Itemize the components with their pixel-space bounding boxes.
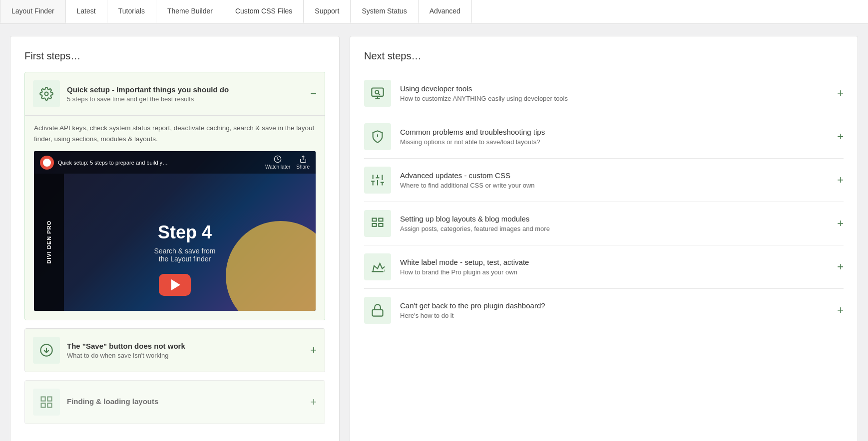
- video-logo-icon: [43, 159, 51, 167]
- svg-rect-26: [373, 223, 377, 226]
- quick-setup-title: Quick setup - Important things you shoul…: [67, 85, 305, 94]
- video-step: Step 4: [158, 222, 212, 243]
- download-icon-box: [33, 337, 60, 364]
- svg-rect-8: [372, 88, 383, 96]
- video-top-bar: Quick setup: 5 steps to prepare and buil…: [34, 151, 316, 174]
- advanced-css-subtitle: Where to find additional CSS or write yo…: [400, 182, 832, 189]
- accordion-body-quick-setup: Activate API keys, check system status r…: [25, 115, 325, 320]
- quick-setup-text: Quick setup - Important things you shoul…: [67, 85, 305, 103]
- crown-icon: [371, 260, 385, 274]
- common-problems-title: Common problems and troubleshooting tips: [400, 128, 832, 136]
- accordion-toggle-finding-layouts[interactable]: +: [310, 397, 317, 408]
- next-item-blog-layouts[interactable]: Setting up blog layouts & blog modules A…: [364, 202, 844, 245]
- developer-tools-title: Using developer tools: [400, 84, 832, 93]
- shield-alert-icon-box: [364, 123, 391, 150]
- advanced-css-plus[interactable]: +: [837, 174, 844, 187]
- tab-theme-builder[interactable]: Theme Builder: [156, 0, 224, 23]
- video-container[interactable]: Quick setup: 5 steps to prepare and buil…: [34, 151, 316, 311]
- video-left-label: DIVI DEN PRO: [34, 174, 64, 311]
- blog-layout-icon: [371, 217, 385, 230]
- white-label-plus[interactable]: +: [837, 260, 844, 273]
- video-step-subtitle: Search & save fromthe Layout finder: [154, 247, 216, 263]
- yellow-circle-decor: [226, 221, 316, 311]
- play-button[interactable]: [159, 274, 191, 296]
- share-ctrl[interactable]: Share: [296, 155, 310, 170]
- video-center: DIVI DEN PRO Step 4 Search & save fromth…: [34, 174, 316, 311]
- svg-rect-7: [47, 404, 51, 408]
- gear-icon-box: [33, 80, 60, 107]
- plugin-dashboard-title: Can't get back to the pro plugin dashboa…: [400, 301, 832, 310]
- next-item-advanced-css[interactable]: Advanced updates - custom CSS Where to f…: [364, 159, 844, 202]
- next-item-white-label[interactable]: White label mode - setup, test, activate…: [364, 245, 844, 289]
- accordion-toggle-quick-setup[interactable]: −: [310, 88, 317, 99]
- svg-line-12: [379, 94, 380, 95]
- watch-later-ctrl[interactable]: Watch later: [265, 155, 290, 170]
- blog-layouts-title: Setting up blog layouts & blog modules: [400, 215, 832, 223]
- grid-icon-box: [33, 389, 60, 416]
- lock-icon-box: [364, 297, 391, 324]
- tab-latest[interactable]: Latest: [66, 0, 107, 23]
- plugin-dashboard-plus[interactable]: +: [837, 304, 844, 317]
- white-label-title: White label mode - setup, test, activate: [400, 258, 832, 266]
- next-item-common-problems[interactable]: Common problems and troubleshooting tips…: [364, 115, 844, 159]
- tab-support[interactable]: Support: [304, 0, 351, 23]
- svg-rect-4: [41, 397, 45, 401]
- next-item-developer-tools[interactable]: Using developer tools How to customize A…: [364, 72, 844, 115]
- accordion-header-save-button[interactable]: The "Save" button does not work What to …: [25, 329, 325, 372]
- accordion-item-finding-layouts: Finding & loading layouts +: [24, 380, 325, 424]
- download-icon: [39, 343, 53, 357]
- plugin-dashboard-subtitle: Here's how to do it: [400, 312, 832, 319]
- save-button-text: The "Save" button does not work What to …: [67, 342, 305, 359]
- accordion-header-finding-layouts[interactable]: Finding & loading layouts +: [25, 381, 325, 424]
- white-label-subtitle: How to brand the Pro plugin as your own: [400, 268, 832, 276]
- common-problems-subtitle: Missing options or not able to save/load…: [400, 138, 832, 146]
- next-steps-title: Next steps…: [364, 50, 844, 62]
- developer-tools-subtitle: How to customize ANYTHING easily using d…: [400, 95, 832, 102]
- accordion-item-save-button: The "Save" button does not work What to …: [24, 328, 325, 372]
- blog-layout-icon-box: [364, 210, 391, 237]
- video-logo: [40, 156, 54, 170]
- svg-rect-5: [47, 397, 51, 401]
- blog-layouts-text: Setting up blog layouts & blog modules A…: [400, 215, 832, 232]
- tab-layout-finder[interactable]: Layout Finder: [0, 0, 66, 23]
- common-problems-text: Common problems and troubleshooting tips…: [400, 128, 832, 146]
- save-button-subtitle: What to do when save isn't working: [67, 352, 305, 359]
- tab-advanced[interactable]: Advanced: [419, 0, 472, 23]
- developer-tools-text: Using developer tools How to customize A…: [400, 84, 832, 102]
- crown-icon-box: [364, 253, 391, 280]
- accordion-header-quick-setup[interactable]: Quick setup - Important things you shoul…: [25, 72, 325, 115]
- grid-icon: [39, 395, 53, 409]
- finding-layouts-title: Finding & loading layouts: [67, 397, 305, 406]
- tab-system-status[interactable]: System Status: [351, 0, 418, 23]
- sliders-icon-box: [364, 167, 391, 194]
- tab-bar: Layout Finder Latest Tutorials Theme Bui…: [0, 0, 868, 24]
- tab-tutorials[interactable]: Tutorials: [107, 0, 156, 23]
- white-label-text: White label mode - setup, test, activate…: [400, 258, 832, 276]
- first-steps-title: First steps…: [24, 50, 325, 62]
- video-title-text: Quick setup: 5 steps to prepare and buil…: [58, 160, 265, 166]
- tab-custom-css[interactable]: Custom CSS Files: [224, 0, 304, 23]
- monitor-search-icon-box: [364, 80, 391, 107]
- quick-setup-subtitle: 5 steps to save time and get the best re…: [67, 95, 305, 103]
- left-panel: First steps… Quick setup - Important thi…: [10, 36, 340, 441]
- shield-alert-icon: [371, 130, 385, 144]
- svg-rect-27: [379, 223, 383, 226]
- blog-layouts-subtitle: Assign posts, categories, featured image…: [400, 225, 832, 232]
- developer-tools-plus[interactable]: +: [837, 87, 844, 100]
- next-item-plugin-dashboard[interactable]: Can't get back to the pro plugin dashboa…: [364, 289, 844, 332]
- svg-rect-28: [373, 310, 383, 316]
- plugin-dashboard-text: Can't get back to the pro plugin dashboa…: [400, 301, 832, 319]
- gear-icon: [39, 87, 53, 101]
- play-icon: [171, 279, 180, 290]
- svg-rect-24: [373, 219, 377, 221]
- svg-rect-25: [379, 219, 383, 221]
- advanced-css-title: Advanced updates - custom CSS: [400, 171, 832, 180]
- finding-layouts-text: Finding & loading layouts: [67, 397, 305, 407]
- quick-setup-body-text: Activate API keys, check system status r…: [34, 123, 316, 144]
- accordion-toggle-save-button[interactable]: +: [310, 345, 317, 356]
- video-brand-text: DIVI DEN PRO: [46, 220, 52, 264]
- main-content: First steps… Quick setup - Important thi…: [0, 24, 868, 441]
- blog-layouts-plus[interactable]: +: [837, 217, 844, 230]
- svg-point-11: [375, 90, 379, 94]
- common-problems-plus[interactable]: +: [837, 130, 844, 143]
